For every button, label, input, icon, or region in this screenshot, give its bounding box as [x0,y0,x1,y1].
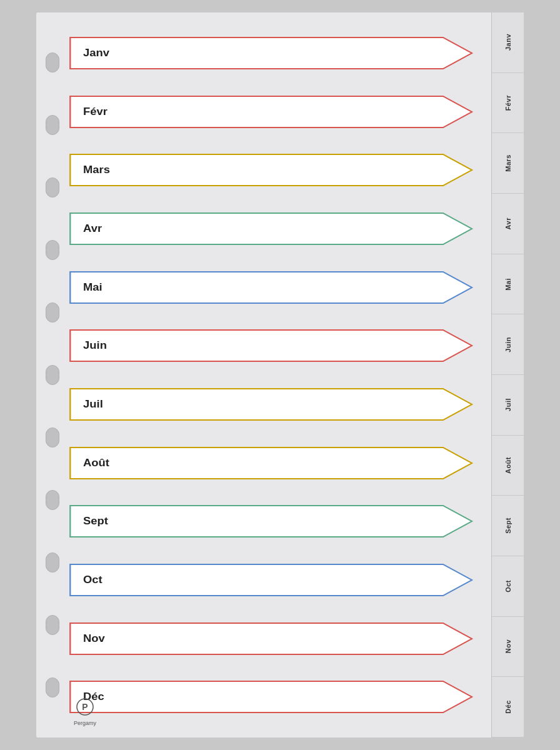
svg-text:Oct: Oct [83,574,102,586]
tab-oct[interactable]: Oct [491,556,524,617]
tab-août[interactable]: Août [491,436,524,496]
month-arrow-oct: Oct [69,563,486,597]
svg-text:Sept: Sept [83,515,108,527]
rows-area: JanvFévrMarsAvrMaiJuinJuilAoûtSeptOctNov… [69,19,491,731]
svg-text:Août: Août [83,457,109,469]
svg-text:Mars: Mars [83,164,110,176]
month-row: Déc [69,668,491,726]
logo-area: PPergamy [69,698,101,726]
tab-janv[interactable]: Janv [491,12,524,73]
punch-hole [46,302,59,322]
month-row: Juin [69,316,491,375]
month-arrow-nov: Nov [69,622,486,656]
svg-text:Juin: Juin [83,339,107,351]
punch-hole [46,428,59,448]
logo-symbol: P [76,698,94,719]
month-row: Sept [69,492,491,551]
tab-déc[interactable]: Déc [491,677,524,738]
tab-sept[interactable]: Sept [491,496,524,556]
month-arrow-sept: Sept [69,504,486,538]
punch-hole [46,615,59,635]
svg-text:Févr: Févr [83,106,108,118]
punch-hole [46,115,59,135]
svg-text:Avr: Avr [83,222,102,234]
tab-juin[interactable]: Juin [491,314,524,375]
month-arrow-juin: Juin [69,329,486,362]
month-arrow-févr: Févr [69,95,486,129]
tab-label: Mai [504,278,512,291]
month-row: Janv [69,24,491,82]
month-row: Juil [69,375,491,434]
month-row: Mai [69,258,491,317]
tab-label: Août [504,457,512,474]
tab-label: Nov [504,639,512,653]
tab-label: Avr [504,218,512,229]
month-row: Mars [69,141,491,199]
tab-label: Oct [504,580,512,592]
punch-holes [36,12,69,738]
month-row: Avr [69,199,491,258]
punch-hole [46,678,59,698]
tab-label: Mars [504,154,512,172]
punch-hole [46,552,59,572]
punch-hole [46,240,59,260]
tab-juil[interactable]: Juil [491,375,524,436]
tab-mai[interactable]: Mai [491,254,524,315]
tab-févr[interactable]: Févr [491,73,524,134]
punch-hole [46,490,59,510]
tab-label: Juin [504,337,512,352]
tab-label: Févr [504,95,512,111]
tab-label: Juil [504,398,512,411]
month-arrow-janv: Janv [69,36,486,70]
tab-label: Sept [504,518,512,534]
punch-hole [46,365,59,385]
tab-mars[interactable]: Mars [491,133,524,194]
month-row: Août [69,434,491,492]
page: JanvFévrMarsAvrMaiJuinJuilAoûtSeptOctNov… [36,12,524,738]
month-arrow-mai: Mai [69,271,486,304]
svg-text:Nov: Nov [83,632,105,644]
tab-nov[interactable]: Nov [491,617,524,678]
tab-strip: JanvFévrMarsAvrMaiJuinJuilAoûtSeptOctNov… [491,12,524,738]
svg-text:Mai: Mai [83,281,102,293]
month-row: Févr [69,82,491,141]
tab-avr[interactable]: Avr [491,194,524,254]
tab-label: Déc [504,700,512,714]
svg-text:Juil: Juil [83,398,103,410]
month-arrow-déc: Déc [69,680,486,714]
svg-text:P: P [82,702,88,712]
month-arrow-août: Août [69,446,486,480]
month-arrow-mars: Mars [69,153,486,187]
svg-text:Janv: Janv [83,47,109,59]
main-content: JanvFévrMarsAvrMaiJuinJuilAoûtSeptOctNov… [69,12,491,738]
month-arrow-avr: Avr [69,212,486,246]
punch-hole [46,178,59,198]
month-row: Nov [69,609,491,668]
punch-hole [46,52,59,72]
logo-text: Pergamy [74,720,96,726]
month-row: Oct [69,551,491,609]
tab-label: Janv [504,34,512,51]
month-arrow-juil: Juil [69,388,486,421]
